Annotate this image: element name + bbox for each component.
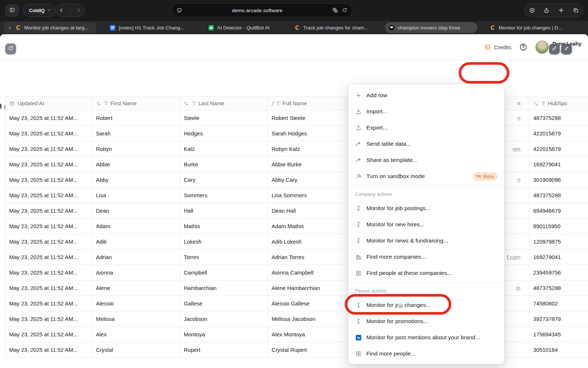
menu-item-monitor-for-new-hires[interactable]: Monitor for new hires... (348, 216, 504, 233)
last-name-cell[interactable]: Hall (180, 203, 268, 219)
back-button[interactable] (58, 7, 64, 13)
last-name-cell[interactable]: Steele (180, 110, 268, 126)
updated-at-cell[interactable]: May 23, 2025 at 11:52 AM... (6, 203, 92, 219)
last-name-cell[interactable]: Rupert (180, 342, 268, 358)
menu-item-share-as-template[interactable]: Share as template... (348, 152, 504, 168)
first-name-cell[interactable]: Alene (92, 280, 180, 296)
hubspot-id-cell[interactable]: 487375288 (530, 280, 588, 296)
hubspot-id-cell[interactable]: 301909096 (530, 172, 588, 188)
updated-at-cell[interactable]: May 23, 2025 at 11:52 AM... (6, 342, 92, 358)
updated-at-cell[interactable]: May 23, 2025 at 11:52 AM... (6, 296, 92, 311)
sidebar-toggle-button[interactable] (5, 4, 19, 17)
last-name-cell[interactable]: Montoya (180, 327, 268, 342)
updated-at-cell[interactable]: May 23, 2025 at 11:52 AM... (6, 311, 92, 327)
first-name-cell[interactable]: Melissa (92, 311, 180, 327)
menu-item-monitor-for-job-changes[interactable]: Monitor for job changes... (348, 297, 504, 313)
last-name-cell[interactable]: Torres (180, 250, 268, 265)
last-name-cell[interactable]: Katz (180, 141, 268, 157)
refresh-button[interactable] (5, 43, 16, 54)
translate-icon[interactable]: A (332, 7, 338, 13)
menu-item-monitor-for-post-mentions-about-your-brand[interactable]: inMonitor for post mentions about your b… (348, 329, 504, 346)
browser-tab[interactable]: CMonitor for job changes | D... (486, 22, 588, 33)
updated-at-cell[interactable]: May 23, 2025 at 11:52 AM... (6, 126, 92, 141)
downloads-button[interactable] (529, 7, 535, 13)
first-name-cell[interactable]: Dean (92, 203, 180, 219)
updated-at-cell[interactable]: May 23, 2025 at 11:52 AM... (6, 188, 92, 203)
menu-item-find-more-people[interactable]: Find more people... (348, 346, 504, 362)
hubspot-id-cell[interactable]: 175694345 (530, 327, 588, 342)
hubspot-id-cell[interactable]: 422015879 (530, 126, 588, 141)
updated-at-cell[interactable]: May 23, 2025 at 11:52 AM... (6, 280, 92, 296)
menu-item-monitor-for-promotions[interactable]: Monitor for promotions... (348, 313, 504, 329)
updated-at-cell[interactable]: May 23, 2025 at 11:52 AM... (6, 250, 92, 265)
hubspot-id-cell[interactable]: 694946879 (530, 203, 588, 219)
profile-switcher[interactable]: ColdIQ (23, 4, 56, 17)
first-name-cell[interactable]: Alessio (92, 296, 180, 311)
last-name-cell[interactable]: Hodges (180, 126, 268, 141)
help-button[interactable] (519, 43, 527, 51)
menu-item-monitor-for-job-postings[interactable]: Monitor for job postings... (348, 200, 504, 216)
first-name-cell[interactable]: Alex (92, 327, 180, 342)
last-name-cell[interactable]: Hambarchian (180, 280, 268, 296)
menu-item-turn-on-sandbox-mode[interactable]: Turn on sandbox modeBeta (348, 168, 504, 184)
last-name-cell[interactable]: Campbell (180, 265, 268, 280)
column-header[interactable]: TLast Name (180, 97, 268, 110)
hubspot-id-cell[interactable]: 239459756 (530, 265, 588, 280)
first-name-cell[interactable]: Adrian (92, 250, 180, 265)
first-name-cell[interactable]: Abbie (92, 157, 180, 172)
hubspot-id-cell[interactable]: 169279041 (530, 157, 588, 172)
browser-tab[interactable]: champion movers step three (385, 22, 477, 33)
reload-icon[interactable] (342, 7, 348, 13)
tab-overview-button[interactable] (573, 7, 579, 13)
updated-at-cell[interactable]: May 23, 2025 at 11:52 AM... (6, 234, 92, 250)
last-name-cell[interactable]: Sommers (180, 188, 268, 203)
hubspot-id-cell[interactable]: 487375288 (530, 188, 588, 203)
browser-tab[interactable]: CTrack job changes for cham... (290, 22, 381, 33)
hubspot-id-cell[interactable]: 120979875 (530, 234, 588, 250)
hubspot-id-cell[interactable]: 169279041 (530, 250, 588, 265)
updated-at-cell[interactable]: May 23, 2025 at 11:52 AM... (6, 141, 92, 157)
hubspot-id-cell[interactable]: 392737879 (530, 311, 588, 327)
menu-item-add-row[interactable]: Add row (348, 87, 504, 103)
menu-item-export[interactable]: Export... (348, 120, 504, 136)
browser-tab[interactable]: CMonitor job changes at targ... (4, 22, 96, 33)
first-name-cell[interactable]: Lisa (92, 188, 180, 203)
last-name-cell[interactable]: Gallese (180, 296, 268, 311)
last-name-cell[interactable]: Burke (180, 157, 268, 172)
first-name-cell[interactable]: Aditi (92, 234, 180, 250)
first-name-cell[interactable]: Adam (92, 219, 180, 234)
column-header[interactable]: THubSpo (530, 97, 588, 110)
menu-item-find-people-at-these-companies[interactable]: Find people at these companies... (348, 265, 504, 281)
browser-tab[interactable]: AI Detector - QuillBot AI (204, 22, 283, 33)
close-icon[interactable] (7, 25, 12, 30)
credits-indicator[interactable]: Credits (484, 44, 512, 50)
menu-item-import[interactable]: Import... (348, 103, 504, 120)
last-name-cell[interactable]: Cary (180, 172, 268, 188)
new-tab-button[interactable] (558, 7, 564, 14)
expand-button[interactable] (561, 44, 572, 54)
updated-at-cell[interactable]: May 23, 2025 at 11:52 AM... (6, 157, 92, 172)
menu-item-find-more-companies[interactable]: Find more companies... (348, 249, 504, 265)
last-name-cell[interactable]: Mathis (180, 219, 268, 234)
first-name-cell[interactable]: Crystal (92, 342, 180, 358)
last-name-cell[interactable]: Lokesh (180, 234, 268, 250)
column-header[interactable]: Updated At (6, 97, 92, 110)
menu-item-send-table-data[interactable]: Send table data... (348, 136, 504, 152)
hubspot-id-cell[interactable]: 487375288 (530, 110, 588, 126)
first-name-cell[interactable]: Abby (92, 172, 180, 188)
first-name-cell[interactable]: Robyn (92, 141, 180, 157)
address-bar[interactable]: demo.arcade.software A (172, 3, 352, 17)
column-header[interactable]: TFirst Name (92, 97, 180, 110)
last-name-cell[interactable]: Jacobson (180, 311, 268, 327)
first-name-cell[interactable]: Sarah (92, 126, 180, 141)
menu-item-monitor-for-news-fundraising[interactable]: Monitor for news & fundraising... (348, 233, 504, 249)
updated-at-cell[interactable]: May 23, 2025 at 11:52 AM... (6, 172, 92, 188)
hubspot-id-cell[interactable]: 74580602 (530, 296, 588, 311)
hubspot-id-cell[interactable]: 30510184 (530, 342, 588, 358)
first-name-cell[interactable]: Robert (92, 110, 180, 126)
updated-at-cell[interactable]: May 23, 2025 at 11:52 AM... (6, 110, 92, 126)
hubspot-id-cell[interactable]: 422015879 (530, 141, 588, 157)
updated-at-cell[interactable]: May 23, 2025 at 11:52 AM... (6, 327, 92, 342)
updated-at-cell[interactable]: May 23, 2025 at 11:52 AM... (6, 219, 92, 234)
copy-link-button[interactable] (549, 44, 560, 54)
